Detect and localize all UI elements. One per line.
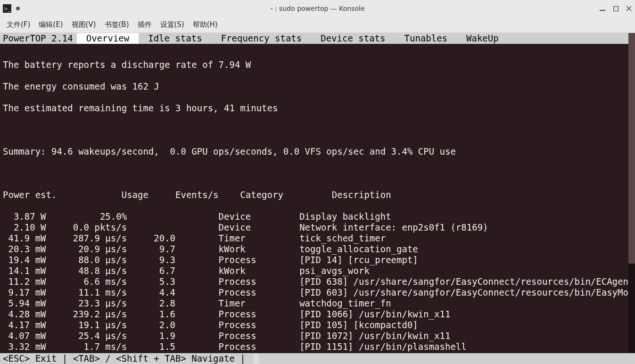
table-row: 20.3 mW 20.9 µs/s 9.7 kWork toggle_alloc…	[3, 244, 632, 255]
energy-line: The energy consumed was 162 J	[3, 81, 632, 92]
table-row: 19.4 mW 88.0 µs/s 9.3 Process [PID 14] […	[3, 255, 632, 265]
menu-bookmarks[interactable]: 书签(B)	[105, 20, 129, 29]
menubar: 文件(F) 编辑(E) 视图(V) 书签(B) 插件 设置(S) 帮助(H)	[0, 17, 635, 33]
window-titlebar: >_ - : sudo powertop — Konsole	[0, 0, 635, 17]
menu-plugins[interactable]: 插件	[138, 20, 152, 29]
powertop-tab-strip: PowerTOP 2.14 Overview Idle stats Freque…	[0, 33, 635, 44]
window-title: - : sudo powertop — Konsole	[270, 5, 364, 12]
menu-view[interactable]: 视图(V)	[72, 20, 96, 29]
close-icon[interactable]	[626, 5, 632, 12]
table-row: 4.28 mW 239.2 µs/s 1.6 Process [PID 1066…	[3, 309, 632, 320]
terminal-body[interactable]: The battery reports a discharge rate of …	[0, 44, 635, 353]
powertop-footer: <ESC> Exit | <TAB> / <Shift + TAB> Navig…	[0, 353, 635, 364]
table-row: 11.2 mW 6.6 ms/s 5.3 Process [PID 638] /…	[3, 276, 632, 287]
tab-device-stats[interactable]: Device stats	[311, 33, 395, 44]
table-row: 41.9 mW 287.9 µs/s 20.0 Timer tick_sched…	[3, 233, 632, 244]
app-icon: >_	[3, 4, 11, 13]
tab-overview[interactable]: Overview	[77, 33, 139, 44]
table-header: Power est. Usage Events/s Category Descr…	[3, 190, 632, 200]
tab-wakeup[interactable]: WakeUp	[457, 33, 508, 44]
tab-idle-stats[interactable]: Idle stats	[139, 33, 211, 44]
tab-frequency-stats[interactable]: Frequency stats	[212, 33, 312, 44]
footer-text: <ESC> Exit | <TAB> / <Shift + TAB> Navig…	[3, 353, 251, 364]
terminal-area[interactable]: PowerTOP 2.14 Overview Idle stats Freque…	[0, 33, 635, 364]
minimize-icon[interactable]	[599, 5, 606, 12]
summary-line: Summary: 94.6 wakeups/second, 0.0 GPU op…	[3, 146, 632, 157]
maximize-icon[interactable]	[612, 5, 619, 12]
table-row: 4.17 mW 19.1 µs/s 2.0 Process [PID 105] …	[3, 320, 632, 331]
table-row: 3.32 mW 1.7 ms/s 1.5 Process [PID 1151] …	[3, 341, 632, 352]
scrollbar-track[interactable]	[628, 33, 635, 353]
table-row: 5.94 mW 23.3 µs/s 2.8 Timer watchdog_tim…	[3, 298, 632, 309]
table-row: 2.10 W 0.0 pkts/s Device Network interfa…	[3, 222, 632, 233]
menu-edit[interactable]: 编辑(E)	[39, 20, 63, 29]
terminal-cursor	[254, 354, 259, 364]
new-tab-dot-icon[interactable]	[16, 7, 20, 10]
table-row: 3.87 W 25.0% Device Display backlight	[3, 211, 632, 222]
menu-help[interactable]: 帮助(H)	[193, 20, 218, 29]
table-row: 4.07 mW 25.4 µs/s 1.9 Process [PID 1072]…	[3, 331, 632, 341]
svg-rect-1	[613, 6, 618, 11]
menu-settings[interactable]: 设置(S)	[160, 20, 184, 29]
table-row: 14.1 mW 48.8 µs/s 6.7 kWork psi_avgs_wor…	[3, 265, 632, 276]
table-row: 9.17 mW 11.1 ms/s 4.4 Process [PID 603] …	[3, 287, 632, 298]
discharge-line: The battery reports a discharge rate of …	[3, 59, 632, 70]
remaining-line: The estimated remaining time is 3 hours,…	[3, 103, 632, 114]
tab-tunables[interactable]: Tunables	[395, 33, 457, 44]
scrollbar-thumb[interactable]	[628, 33, 635, 264]
menu-file[interactable]: 文件(F)	[7, 20, 30, 29]
powertop-version: PowerTOP 2.14	[0, 33, 77, 44]
